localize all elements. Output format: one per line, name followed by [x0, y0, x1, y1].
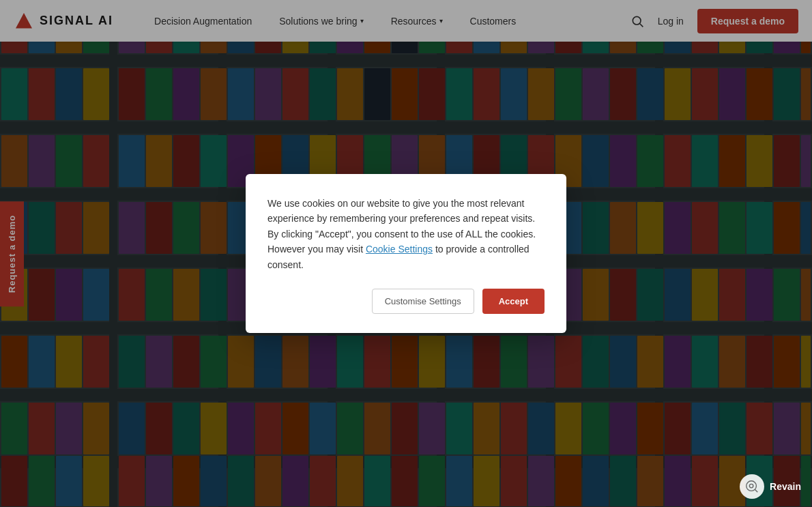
svg-point-260: [746, 481, 757, 491]
revain-text: Revain: [770, 481, 801, 492]
revain-icon: [740, 474, 764, 499]
cookie-body-text: We use cookies on our website to give yo…: [267, 196, 545, 272]
revain-logo-icon: [744, 479, 759, 494]
cookie-overlay: We use cookies on our website to give yo…: [0, 0, 812, 507]
cookie-settings-link[interactable]: Cookie Settings: [366, 244, 433, 255]
revain-watermark: Revain: [740, 474, 801, 499]
accept-button[interactable]: Accept: [482, 289, 545, 314]
cookie-buttons: Customise Settings Accept: [267, 289, 545, 314]
svg-point-261: [749, 484, 753, 488]
cookie-modal: We use cookies on our website to give yo…: [246, 174, 566, 333]
customise-settings-button[interactable]: Customise Settings: [372, 289, 474, 314]
